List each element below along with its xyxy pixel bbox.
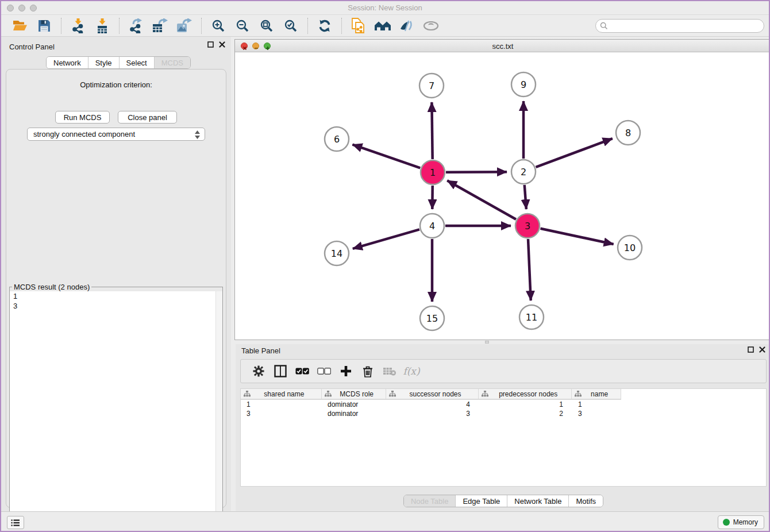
cell-shared-name[interactable]: 1: [241, 400, 322, 409]
new-network-from-selection-icon[interactable]: [350, 17, 367, 34]
network-graph[interactable]: 7968124314101511: [235, 52, 770, 340]
zoom-out-icon[interactable]: [234, 17, 251, 34]
horizontal-splitter[interactable]: [236, 340, 770, 344]
toolbar-separator: [61, 18, 61, 34]
cell-MCDS-role[interactable]: dominator: [322, 400, 386, 409]
import-table-icon[interactable]: [94, 17, 111, 34]
table-settings-icon[interactable]: [249, 363, 268, 380]
mcds-result-list[interactable]: 13: [10, 291, 222, 532]
close-panel-button[interactable]: Close panel: [118, 111, 177, 124]
network-canvas[interactable]: 7968124314101511: [235, 52, 770, 340]
zoom-selected-icon[interactable]: [282, 17, 299, 34]
export-image-icon[interactable]: [176, 17, 193, 34]
cell-MCDS-role[interactable]: dominator: [322, 409, 386, 418]
toolbar-separator: [341, 18, 342, 34]
add-row-icon[interactable]: [336, 363, 356, 380]
node-table[interactable]: shared nameMCDS rolesuccessor nodesprede…: [240, 388, 767, 487]
node-label-2: 2: [521, 167, 526, 178]
zoom-fit-icon[interactable]: [258, 17, 275, 34]
hide-graphics-details-icon[interactable]: [398, 17, 415, 34]
search-field[interactable]: [595, 19, 764, 33]
select-all-columns-icon[interactable]: [292, 363, 312, 380]
refresh-icon[interactable]: [316, 17, 333, 34]
splitter-grip[interactable]: [485, 341, 489, 344]
hierarchy-icon: [244, 391, 251, 397]
optimization-criterion-select[interactable]: strongly connected component: [27, 128, 205, 141]
float-table-panel-icon[interactable]: [748, 346, 754, 353]
status-bar: Memory: [1, 511, 769, 532]
network-window-title: scc.txt: [235, 42, 770, 51]
zoom-in-icon[interactable]: [210, 17, 227, 34]
column-header-MCDS-role[interactable]: MCDS role: [322, 389, 386, 399]
edge-2-3[interactable]: [525, 185, 526, 209]
list-icon: [11, 519, 20, 527]
node-label-9: 9: [521, 79, 526, 90]
deselect-all-columns-icon[interactable]: [314, 363, 334, 380]
node-label-15: 15: [426, 313, 438, 324]
node-label-14: 14: [331, 248, 342, 259]
close-table-panel-icon[interactable]: [759, 346, 765, 353]
cell-shared-name[interactable]: 3: [241, 409, 322, 418]
tab-style[interactable]: Style: [88, 57, 120, 68]
cell-successor-nodes[interactable]: 3: [386, 409, 479, 418]
edge-3-10[interactable]: [540, 229, 613, 244]
search-input[interactable]: [608, 21, 764, 31]
tab-network[interactable]: Network: [47, 57, 88, 68]
dropdown-value: strongly connected component: [33, 130, 135, 138]
edge-2-8[interactable]: [536, 138, 613, 167]
edge-1-2[interactable]: [446, 172, 507, 172]
first-neighbors-icon[interactable]: [374, 17, 391, 34]
cell-successor-nodes[interactable]: 4: [386, 400, 479, 409]
edge-3-1[interactable]: [447, 180, 516, 219]
optimization-criterion-label: Optimization criterion:: [1, 80, 231, 89]
tab-motifs[interactable]: Motifs: [569, 495, 603, 507]
cell-predecessor-nodes[interactable]: 1: [479, 400, 572, 409]
select-arrows-icon: [194, 130, 201, 140]
mcds-result-title: MCDS result (2 nodes): [12, 283, 91, 291]
edge-1-6[interactable]: [352, 145, 420, 168]
hierarchy-icon: [389, 391, 396, 397]
close-panel-icon[interactable]: [219, 41, 225, 48]
memory-button[interactable]: Memory: [718, 515, 764, 529]
tab-node-table[interactable]: Node Table: [404, 495, 456, 507]
open-session-icon[interactable]: [11, 17, 29, 34]
edge-4-14[interactable]: [353, 229, 419, 249]
float-panel-icon[interactable]: [207, 41, 214, 48]
column-header-successor-nodes[interactable]: successor nodes: [386, 389, 479, 399]
application-window: Session: New Session: [0, 0, 770, 532]
title-bar: Session: New Session: [1, 1, 769, 15]
cell-name[interactable]: 1: [572, 400, 621, 409]
edge-3-11[interactable]: [528, 239, 531, 300]
table-row[interactable]: 3dominator323: [241, 409, 766, 418]
tab-network-table[interactable]: Network Table: [507, 495, 569, 507]
node-label-11: 11: [526, 312, 537, 323]
node-label-8: 8: [625, 128, 631, 138]
memory-label: Memory: [733, 518, 758, 526]
table-header-row[interactable]: shared nameMCDS rolesuccessor nodesprede…: [241, 389, 621, 400]
delete-row-icon[interactable]: [358, 363, 378, 380]
node-label-10: 10: [624, 242, 636, 253]
import-network-icon[interactable]: [70, 17, 87, 34]
network-window-titlebar[interactable]: scc.txt: [235, 40, 770, 52]
edge-1-7[interactable]: [432, 102, 432, 159]
cell-name[interactable]: 3: [572, 409, 621, 418]
tab-select[interactable]: Select: [120, 57, 155, 68]
table-row[interactable]: 1dominator411: [241, 400, 766, 409]
hierarchy-icon: [325, 391, 332, 397]
export-network-icon[interactable]: [128, 17, 145, 34]
column-header-name[interactable]: name: [572, 389, 621, 399]
task-history-button[interactable]: [7, 516, 24, 529]
network-view-window: scc.txt 7968124314101511: [234, 39, 770, 340]
window-title: Session: New Session: [1, 3, 769, 12]
column-header-shared-name[interactable]: shared name: [241, 389, 322, 399]
run-mcds-button[interactable]: Run MCDS: [55, 111, 110, 124]
toggle-column-panel-icon[interactable]: [271, 363, 290, 380]
tab-mcds[interactable]: MCDS: [155, 57, 190, 68]
tab-edge-table[interactable]: Edge Table: [456, 495, 507, 507]
column-header-predecessor-nodes[interactable]: predecessor nodes: [479, 389, 572, 399]
memory-status-icon: [723, 519, 730, 526]
result-scrollbar[interactable]: [215, 291, 222, 532]
export-table-icon[interactable]: [152, 17, 169, 34]
save-session-icon[interactable]: [36, 17, 53, 34]
cell-predecessor-nodes[interactable]: 2: [479, 409, 572, 418]
